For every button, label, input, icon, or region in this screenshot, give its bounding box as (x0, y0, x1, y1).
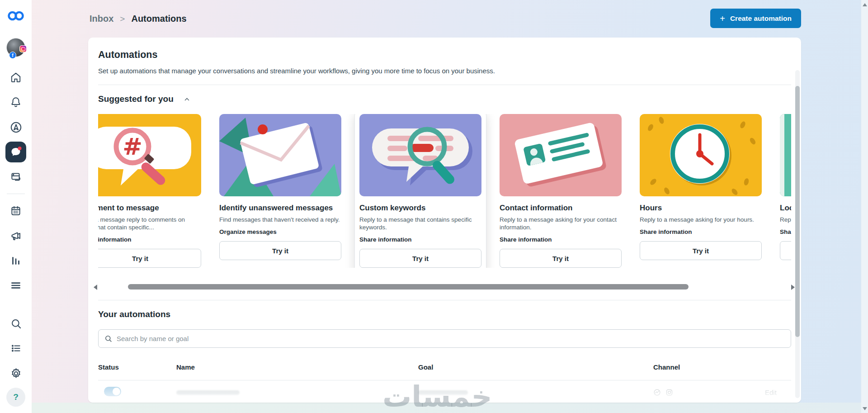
home-icon (10, 71, 22, 83)
chat-bubble-icon (9, 146, 22, 158)
meta-infinity-icon (8, 10, 24, 21)
automations-search[interactable] (98, 329, 791, 348)
automations-panel: Automations Set up automations that mana… (88, 38, 801, 403)
calendar-icon (10, 205, 22, 217)
sidebar-item-ads[interactable] (5, 225, 26, 246)
instagram-icon (665, 389, 673, 396)
messenger-icon (653, 389, 661, 396)
sidebar-item-notifications[interactable] (5, 92, 26, 113)
comment-to-message-illustration: # (98, 114, 201, 196)
card-category: Share information (640, 228, 762, 235)
search-icon (104, 335, 112, 342)
divider (98, 300, 791, 300)
bell-icon (10, 96, 22, 108)
card-location[interactable]: Location Reply to a message asking for y… (780, 114, 791, 260)
chevron-up-icon (184, 98, 189, 101)
scroll-left-arrow[interactable] (94, 285, 97, 290)
try-it-button[interactable]: Try it (640, 241, 762, 260)
gear-icon (10, 367, 22, 380)
card-category: Organize messages (219, 228, 341, 235)
automation-toggle[interactable] (104, 387, 121, 396)
unanswered-messages-illustration (219, 114, 341, 196)
card-title: Contact information (500, 203, 622, 213)
contact-information-illustration (500, 114, 622, 196)
column-status: Status (98, 363, 176, 371)
panel-scrollbar (795, 70, 800, 398)
try-it-button[interactable]: Try it (219, 241, 341, 260)
column-name: Name (176, 363, 418, 371)
card-hours[interactable]: Hours Reply to a message asking for your… (640, 114, 762, 260)
card-comment-to-message[interactable]: # Comment to message Send a message repl… (98, 114, 201, 268)
carousel-scrollbar-thumb[interactable] (128, 284, 689, 290)
card-description: Reply to a message that contains specifi… (359, 216, 481, 231)
column-goal: Goal (418, 363, 653, 371)
column-channel: Channel (653, 363, 765, 371)
sidebar-item-planner[interactable] (5, 200, 26, 221)
search-input[interactable] (117, 335, 785, 342)
suggested-section-title: Suggested for you (98, 94, 174, 104)
scroll-down-arrow[interactable] (863, 407, 867, 410)
facebook-badge-icon: f (9, 52, 16, 59)
card-title: Comment to message (98, 203, 201, 213)
scroll-right-arrow[interactable] (791, 285, 795, 290)
megaphone-icon (10, 230, 22, 242)
suggested-carousel: # Comment to message Send a message repl… (98, 114, 791, 268)
sidebar-item-boost[interactable] (5, 117, 26, 138)
instagram-badge-icon (19, 45, 27, 52)
boost-arrow-icon (10, 121, 22, 133)
card-category: Share information (500, 236, 622, 243)
try-it-button[interactable]: Try it (98, 249, 201, 268)
sidebar-item-tasks[interactable] (5, 338, 26, 359)
breadcrumb-current: Automations (131, 14, 186, 24)
edit-link[interactable]: Edit (765, 389, 777, 396)
top-bar: Inbox > Automations + Create automation (32, 0, 868, 38)
row-name-redacted (176, 390, 240, 395)
sidebar-divider (7, 194, 25, 194)
try-it-button[interactable]: Try it (500, 249, 622, 268)
breadcrumb-separator: > (120, 14, 125, 24)
sidebar-item-insights[interactable] (5, 250, 26, 271)
divider (98, 85, 791, 85)
sidebar-item-help[interactable]: ? (6, 388, 25, 407)
page-title: Automations (98, 49, 791, 61)
card-description: Find messages that haven't received a re… (219, 216, 341, 223)
create-automation-button[interactable]: + Create automation (710, 9, 801, 28)
help-question-icon: ? (13, 392, 19, 402)
bar-chart-icon (10, 255, 22, 266)
card-title: Custom keywords (359, 203, 481, 213)
card-description: Reply to a message asking for your hours… (640, 216, 762, 223)
try-it-button[interactable]: Try it (780, 241, 791, 260)
breadcrumb-inbox-link[interactable]: Inbox (90, 14, 113, 24)
try-it-button[interactable]: Try it (359, 249, 481, 268)
window-scrollbar[interactable] (861, 0, 868, 413)
scroll-up-arrow[interactable] (863, 3, 867, 6)
sidebar-item-settings[interactable] (5, 363, 26, 384)
meta-logo[interactable] (5, 5, 26, 26)
card-category: Share information (780, 228, 791, 235)
card-title: Hours (640, 203, 762, 213)
card-title: Location (780, 203, 791, 213)
card-category: Share information (98, 236, 201, 243)
sidebar-item-home[interactable] (5, 67, 26, 88)
card-custom-keywords[interactable]: Custom keywords Reply to a message that … (354, 114, 486, 268)
list-icon (10, 342, 22, 354)
plus-icon: + (720, 14, 725, 23)
page-subtitle: Set up automations that manage your conv… (98, 67, 791, 75)
collapse-suggested-button[interactable] (183, 96, 191, 103)
panel-scrollbar-thumb[interactable] (795, 86, 800, 337)
custom-keywords-illustration (359, 114, 481, 196)
breadcrumb: Inbox > Automations (90, 14, 187, 24)
sidebar-item-search[interactable] (5, 313, 26, 334)
card-description: Send a message reply to comments on post… (98, 216, 201, 231)
sidebar-item-posts[interactable] (5, 166, 26, 187)
card-contact-information[interactable]: Contact information Reply to a message a… (500, 114, 622, 268)
sidebar-item-all-tools[interactable] (5, 275, 26, 296)
your-automations-title: Your automations (98, 309, 791, 319)
sidebar-item-inbox-active[interactable] (5, 142, 26, 162)
hours-illustration (640, 114, 762, 196)
card-identify-unanswered[interactable]: Identify unanswered messages Find messag… (219, 114, 341, 260)
posts-icon (10, 171, 22, 183)
watermark: خمسات (382, 380, 492, 413)
profile-avatar[interactable]: f (6, 38, 25, 57)
carousel-scrollbar (98, 284, 791, 290)
